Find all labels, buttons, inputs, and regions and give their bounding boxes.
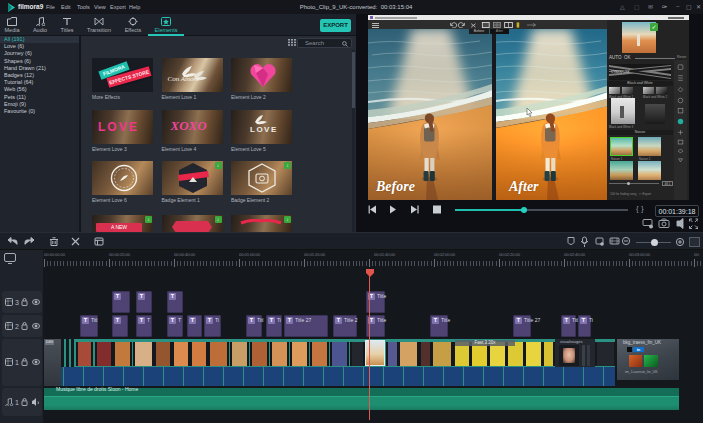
svg-text:1: 1 <box>15 399 19 406</box>
svg-text:2: 2 <box>15 323 19 330</box>
svg-text:1: 1 <box>15 359 19 366</box>
svg-text:3: 3 <box>15 299 19 306</box>
